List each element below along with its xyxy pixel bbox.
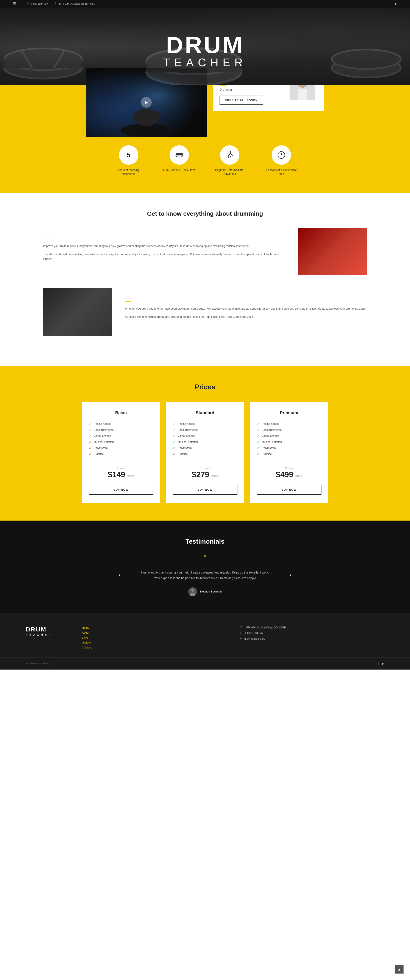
about-image-1 [298,228,367,275]
svg-point-24 [176,153,183,155]
price-premium-f2: ✓ Basic rudiments [257,428,321,432]
feature-time-icon [272,145,291,165]
check-yes-icon: ✓ [173,428,175,432]
footer-contact: 📍 4578 69th St, San Diego D04 89GR 📞 1-8… [239,626,384,651]
price-basic-f2: ✓ Basic rudiments [89,428,153,432]
price-standard-f3: ✓ Video lessons [173,434,238,438]
check-yes-icon: ✓ [257,446,260,450]
price-card-standard: Standard ✓ Posing hands ✓ Basic rudiment… [166,402,244,503]
testimonials-section: Testimonials ‹ " I just want to thank yo… [0,520,410,613]
buy-standard-button[interactable]: BUY NOW [173,485,238,495]
footer-logo-teacher: TEACHER [26,633,69,636]
footer-social: f ▶ [378,662,384,665]
check-yes-icon: ✓ [89,434,92,438]
prices-grid: Basic ✓ Posing hands ✓ Basic rudiments ✓… [43,402,367,503]
prices-section: Prices Basic ✓ Posing hands ✓ Basic rudi… [0,366,410,520]
clock-icon [277,151,286,159]
price-premium-title: Premium [257,410,321,415]
testimonial-nav: ‹ " I just want to thank you for your he… [119,554,291,596]
footer-nav-links[interactable]: Links [82,636,227,639]
drum-bowl-icon [175,151,183,159]
next-testimonial-button[interactable]: › [290,572,291,578]
buy-basic-button[interactable]: BUY NOW [89,485,153,495]
profile-role: Drummer [220,88,285,91]
about-image-2 [43,288,112,336]
price-basic-old: $249 [127,474,134,478]
about-para-1: Improve your rhythm skills! Find yoursel… [43,244,285,248]
check-yes-icon: ✓ [173,434,175,438]
about-title: Get to know everything about drumming [43,210,367,217]
price-standard-f4: ✓ Musical notation [173,440,238,444]
feature-time: Lessons at a convenient time [264,145,298,176]
about-para-2: The ethos is based on unlocking creativi… [43,252,285,261]
price-basic-f3: ✓ Video lessons [89,434,153,438]
author-avatar [188,587,197,596]
check-no-icon: ✗ [173,452,175,456]
quote-icon: " [121,554,290,563]
footer-nav-about[interactable]: About [82,631,227,634]
hero-title-drum: DRUM [163,33,247,57]
svg-point-7 [332,49,401,69]
svg-rect-16 [298,89,307,100]
feature-styles-label: Funk, Groove, Rock, Jazz [163,168,195,172]
address-contact: 📍 4578 69th St, San Diego D04 89GR [54,2,96,5]
price-standard-f2: ✓ Basic rudiments [173,428,238,432]
price-basic-f5: ✗ Polyrhythm [89,446,153,450]
about-row-2: Whether you are a beginner or have been … [43,288,367,336]
hero-section: DRUM TEACHER [0,8,410,85]
check-yes-icon: ✓ [173,446,175,450]
about-para-3: Whether you are a beginner or have been … [125,306,367,311]
svg-point-29 [281,154,282,156]
price-premium-f6: ✓ Practice [257,452,321,456]
price-premium-f3: ✓ Video lessons [257,434,321,438]
footer-phone-icon: 📞 [239,632,243,635]
prev-testimonial-button[interactable]: ‹ [119,572,121,578]
runner-icon [225,151,234,159]
features-section: 5 Years of teaching experience Funk, Gro… [0,137,410,193]
footer-youtube-link[interactable]: ▶ [382,662,384,665]
location-icon: 📍 [54,2,57,5]
hero-title-teacher: TEACHER [163,57,247,68]
drummer-stage-image [43,288,112,336]
price-premium-f1: ✓ Posing hands [257,422,321,426]
about-para-4: All styles and techniques are taught, in… [125,315,367,319]
hero-content: DRUM TEACHER [159,20,251,72]
check-yes-icon: ✓ [257,452,260,456]
check-no-icon: ✗ [89,452,92,456]
testimonial-author: Stephen Bowman [121,587,290,596]
svg-point-13 [133,109,159,126]
footer-bottom: © 2016 Privacy Policy f ▶ [0,657,410,670]
price-standard-old: $349 [211,474,218,478]
price-basic-hours: 6 hours [89,467,153,469]
price-premium-old: $699 [295,474,302,478]
price-basic-f1: ✓ Posing hands [89,422,153,426]
svg-point-25 [230,151,231,153]
feature-years-icon: 5 [119,145,138,165]
top-bar: ☰ 📱 1-800-1234-567 📍 4578 69th St, San D… [0,0,410,8]
testimonial-center: " I just want to thank you for your help… [121,554,290,596]
testimonial-quote: I just want to thank you for your help. … [140,570,270,581]
price-card-basic: Basic ✓ Posing hands ✓ Basic rudiments ✓… [82,402,160,503]
footer-nav-contacts[interactable]: Contacts [82,646,227,649]
check-no-icon: ✗ [89,440,92,444]
footer-nav-home[interactable]: Home [82,626,227,629]
menu-icon[interactable]: ☰ [13,2,16,6]
price-premium-f5: ✓ Polyrhythm [257,446,321,450]
youtube-link[interactable]: ▶ [395,2,397,5]
prices-title: Prices [43,383,367,391]
free-trial-button[interactable]: FREE TRIAL LESSON [220,95,263,105]
check-yes-icon: ✓ [173,440,175,444]
phone-contact: 📱 1-800-1234-567 [27,2,48,5]
author-name: Stephen Bowman [199,590,222,593]
price-standard-f5: ✓ Polyrhythm [173,446,238,450]
feature-styles: Funk, Groove, Rock, Jazz [163,145,195,176]
facebook-link[interactable]: f [391,2,392,5]
author-avatar-image [188,587,197,596]
buy-premium-button[interactable]: BUY NOW [257,485,321,495]
footer-email: ✉ info@demslink.org [239,637,384,640]
feature-levels: Beginner, Intermediate, Advanced [212,145,247,176]
price-standard-title: Standard [173,410,238,415]
footer-facebook-link[interactable]: f [378,662,379,665]
footer-nav-gallery[interactable]: Gallery [82,641,227,644]
address-text: 4578 69th St, San Diego D04 89GR [59,3,96,5]
